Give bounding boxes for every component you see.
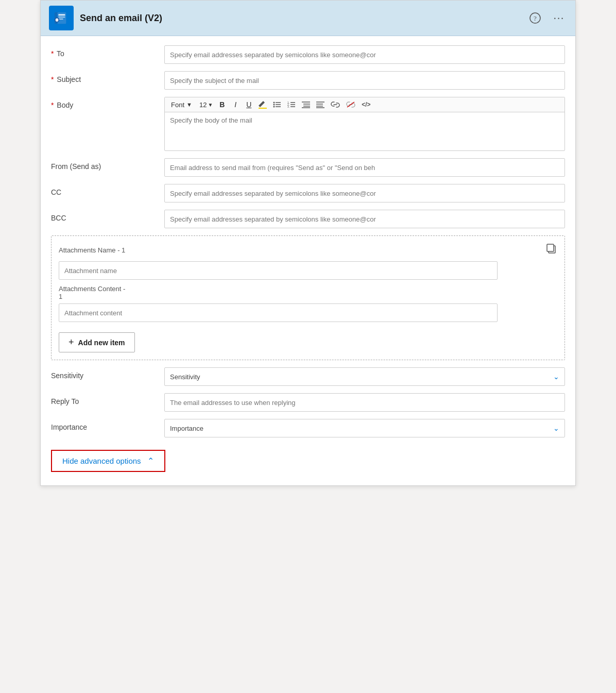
reply-to-label: Reply To [51,393,164,405]
svg-rect-3 [58,16,65,18]
svg-point-6 [56,18,59,22]
attachment-name-input[interactable] [59,261,498,280]
body-label: * Body [51,97,164,109]
to-label: * To [51,45,164,58]
to-row: * To [51,45,565,64]
importance-label: Importance [51,419,164,431]
attachment-name-label: Attachments Name - 1 [59,246,125,254]
cc-row: CC [51,184,565,202]
font-dropdown-arrow: ▼ [186,102,192,108]
subject-input[interactable] [164,71,565,90]
importance-row: Importance Importance ⌄ [51,419,565,437]
font-size-button[interactable]: 12 ▼ [197,100,215,110]
to-input[interactable] [164,45,565,64]
highlight-button[interactable] [256,99,269,110]
to-label-text: To [57,49,64,58]
sensitivity-value: Sensitivity [170,373,200,381]
font-size-arrow: ▼ [208,102,213,108]
attachments-section: Attachments Name - 1 Attachments Content… [51,235,565,360]
importance-value: Importance [170,425,203,432]
send-email-card: Send an email (V2) ? ··· * To * Su [40,0,576,486]
add-item-button[interactable]: + Add new item [59,332,135,352]
to-required-star: * [51,49,54,58]
attachments-copy-button[interactable] [546,243,557,257]
add-item-label: Add new item [78,339,125,347]
cc-label: CC [51,184,164,196]
hide-advanced-chevron-icon: ⌃ [147,456,154,466]
bcc-input[interactable] [164,210,565,228]
sensitivity-row: Sensitivity Sensitivity ⌄ [51,367,565,386]
font-size-value: 12 [199,101,207,109]
svg-point-10 [273,102,275,104]
subject-label-text: Subject [57,75,81,83]
body-toolbar: Font ▼ 12 ▼ B I U [165,97,564,112]
importance-chevron-icon: ⌄ [553,424,559,432]
svg-point-14 [273,106,275,108]
sensitivity-label: Sensitivity [51,367,164,380]
cc-input[interactable] [164,184,565,202]
card-header: Send an email (V2) ? ··· [41,1,575,36]
outlook-icon [49,6,74,30]
hide-advanced-button[interactable]: Hide advanced options ⌃ [51,450,165,472]
svg-text:?: ? [534,14,537,22]
hide-advanced-container: Hide advanced options ⌃ [51,445,565,485]
bold-button[interactable]: B [216,99,228,110]
subject-label: * Subject [51,71,164,83]
font-label: Font [171,101,184,109]
body-textarea[interactable] [165,112,564,148]
body-row: * Body Font ▼ 12 ▼ B I U [51,97,565,151]
indent-left-button[interactable] [299,100,313,109]
from-label: From (Send as) [51,158,164,171]
attachment-content-label: Attachments Content - 1 [59,285,557,300]
subject-required-star: * [51,75,54,83]
unlink-button[interactable] [344,100,358,109]
body-editor: Font ▼ 12 ▼ B I U [164,97,565,151]
reply-to-input[interactable] [164,393,565,412]
reply-to-row: Reply To [51,393,565,412]
indent-right-button[interactable] [314,100,327,109]
svg-rect-1 [58,12,66,24]
more-options-button[interactable]: ··· [551,10,567,26]
unordered-list-button[interactable] [270,100,284,109]
from-input[interactable] [164,158,565,177]
svg-point-12 [273,104,275,106]
add-item-plus-icon: + [69,337,74,348]
font-select-button[interactable]: Font ▼ [169,100,196,110]
link-button[interactable] [328,100,343,109]
header-actions: ? ··· [527,10,567,26]
svg-line-30 [347,102,354,107]
svg-text:3.: 3. [287,105,289,108]
attachments-header: Attachments Name - 1 [59,243,557,257]
ordered-list-button[interactable]: 1.2.3. [285,100,298,109]
bcc-row: BCC [51,210,565,228]
underline-button[interactable]: U [243,99,255,110]
svg-rect-32 [547,244,554,251]
header-title: Send an email (V2) [80,13,521,24]
bcc-label: BCC [51,210,164,222]
body-required-star: * [51,101,54,109]
form-body: * To * Subject * Body Font ▼ [41,36,575,485]
subject-row: * Subject [51,71,565,90]
importance-select[interactable]: Importance ⌄ [164,419,565,437]
body-label-text: Body [57,101,73,109]
hide-advanced-label: Hide advanced options [62,457,141,465]
sensitivity-select[interactable]: Sensitivity ⌄ [164,367,565,386]
from-row: From (Send as) [51,158,565,177]
help-button[interactable]: ? [527,10,543,26]
svg-rect-2 [58,14,65,16]
attachment-content-input[interactable] [59,303,498,322]
source-button[interactable]: </> [359,100,373,109]
sensitivity-chevron-icon: ⌄ [553,373,559,381]
italic-button[interactable]: I [229,99,242,110]
